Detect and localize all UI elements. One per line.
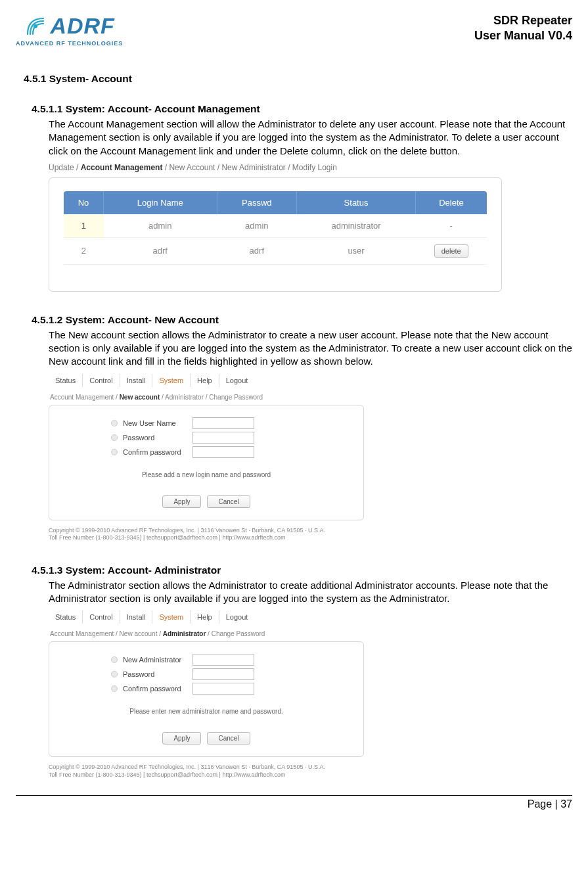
password-input[interactable] — [192, 668, 254, 680]
new-administrator-input[interactable] — [192, 654, 254, 666]
form-row: Confirm password — [111, 683, 348, 695]
crumb-part: Update / — [49, 163, 81, 172]
bullet-icon — [111, 685, 118, 692]
form-message: Please add a new login name and password — [65, 471, 348, 478]
page-number: Page | 37 — [528, 798, 572, 810]
apply-button[interactable]: Apply — [162, 495, 201, 508]
form-row: Password — [111, 668, 348, 680]
breadcrumb: Account Management / New account / Admin… — [49, 390, 364, 405]
cancel-button[interactable]: Cancel — [207, 732, 250, 744]
new-user-name-input[interactable] — [192, 417, 254, 429]
cell-delete: delete — [416, 237, 487, 264]
field-label: Confirm password — [123, 448, 192, 456]
cell-status: user — [297, 237, 416, 264]
svg-point-0 — [34, 24, 37, 28]
tab-control[interactable]: Control — [83, 374, 120, 387]
body-4-5-1-1: The Account Management section will allo… — [49, 118, 572, 158]
field-label: New User Name — [123, 419, 192, 427]
field-label: New Administrator — [123, 656, 192, 664]
heading-4-5-1-3: 4.5.1.3 System: Account- Administrator — [32, 564, 572, 576]
form-panel: New Administrator Password Confirm passw… — [49, 641, 364, 757]
tab-install[interactable]: Install — [120, 374, 153, 387]
rf-signal-icon — [24, 14, 47, 38]
copyright-line2: Toll Free Number (1-800-313-9345) | tech… — [49, 534, 364, 542]
tab-logout[interactable]: Logout — [219, 610, 255, 624]
copyright-line1: Copyright © 1999-2010 Advanced RF Techno… — [49, 764, 364, 771]
heading-4-5-1-2: 4.5.1.2 System: Account- New Account — [32, 314, 572, 326]
logo-subtext: ADVANCED RF TECHNOLOGIES — [16, 40, 123, 47]
crumb-part: / Change Password — [206, 630, 265, 637]
body-4-5-1-2: The New account section allows the Admin… — [49, 329, 572, 369]
cell-passwd: admin — [217, 214, 297, 238]
cell-no: 1 — [64, 214, 104, 238]
tab-system[interactable]: System — [152, 610, 191, 624]
heading-4-5-1-1: 4.5.1.1 System: Account- Account Managem… — [32, 103, 572, 115]
breadcrumb: Update / Account Management / New Accoun… — [49, 163, 502, 172]
heading-4-5-1: 4.5.1 System- Account — [24, 73, 572, 85]
table-row: 1 admin admin administrator - — [64, 214, 487, 238]
form-row: New Administrator — [111, 654, 348, 666]
doc-title-line1: SDR Repeater — [474, 13, 572, 28]
page-header: ADRF ADVANCED RF TECHNOLOGIES SDR Repeat… — [16, 13, 572, 47]
cell-passwd: adrf — [217, 237, 297, 264]
cell-login: admin — [104, 214, 217, 238]
copyright-line1: Copyright © 1999-2010 Advanced RF Techno… — [49, 527, 364, 535]
form-row: Confirm password — [111, 446, 348, 458]
logo-text: ADRF — [50, 13, 114, 39]
cell-status: administrator — [297, 214, 416, 238]
copyright: Copyright © 1999-2010 Advanced RF Techno… — [49, 764, 364, 779]
cell-delete: - — [416, 214, 487, 238]
bullet-icon — [111, 656, 118, 663]
bullet-icon — [111, 420, 118, 426]
section-4-5-1-2: 4.5.1.2 System: Account- New Account The… — [32, 314, 572, 542]
page-footer: Page | 37 — [16, 795, 572, 810]
figure-new-account: Status Control Install System Help Logou… — [49, 374, 364, 542]
copyright-line2: Toll Free Number (1-800-313-9345) | tech… — [49, 771, 364, 779]
doc-title: SDR Repeater User Manual V0.4 — [474, 13, 572, 44]
field-label: Confirm password — [123, 685, 192, 693]
doc-title-line2: User Manual V0.4 — [474, 28, 572, 43]
form-row: Password — [111, 432, 348, 444]
cancel-button[interactable]: Cancel — [207, 495, 250, 508]
tab-logout[interactable]: Logout — [219, 374, 255, 387]
nav-tabs: Status Control Install System Help Logou… — [49, 610, 364, 624]
tab-system[interactable]: System — [152, 374, 191, 387]
field-label: Password — [123, 434, 192, 442]
tab-control[interactable]: Control — [83, 610, 120, 624]
password-input[interactable] — [192, 432, 254, 444]
tab-help[interactable]: Help — [191, 374, 219, 387]
cell-login: adrf — [104, 237, 217, 264]
crumb-active: Account Management — [81, 163, 163, 172]
body-4-5-1-3: The Administrator section allows the Adm… — [49, 579, 572, 606]
crumb-part: / New Account / New Administrator / Modi… — [162, 163, 336, 172]
tab-help[interactable]: Help — [191, 610, 219, 624]
crumb-part: / Administrator / Change Password — [160, 394, 263, 401]
form-actions: Apply Cancel — [65, 732, 348, 744]
crumb-active: New account — [120, 394, 160, 401]
tab-status[interactable]: Status — [49, 610, 83, 624]
confirm-password-input[interactable] — [192, 683, 254, 695]
crumb-part: Account Management / — [50, 394, 120, 401]
crumb-part: Account Management / New account / — [50, 630, 163, 637]
confirm-password-input[interactable] — [192, 446, 254, 458]
figure-account-management: Update / Account Management / New Accoun… — [49, 163, 502, 292]
cell-no: 2 — [64, 237, 104, 264]
delete-button[interactable]: delete — [434, 244, 468, 258]
tab-install[interactable]: Install — [120, 610, 153, 624]
tab-status[interactable]: Status — [49, 374, 83, 387]
col-no: No — [64, 191, 104, 214]
col-login: Login Name — [104, 191, 217, 214]
form-panel: New User Name Password Confirm password — [49, 405, 364, 520]
bullet-icon — [111, 434, 118, 441]
form-actions: Apply Cancel — [65, 495, 348, 508]
form-message: Please enter new administrator name and … — [65, 708, 348, 715]
field-label: Password — [123, 670, 192, 678]
bullet-icon — [111, 449, 118, 455]
accounts-table: No Login Name Passwd Status Delete 1 adm… — [64, 191, 487, 265]
section-4-5-1-1: 4.5.1.1 System: Account- Account Managem… — [32, 103, 572, 292]
copyright: Copyright © 1999-2010 Advanced RF Techno… — [49, 527, 364, 542]
breadcrumb: Account Management / New account / Admin… — [49, 626, 364, 641]
apply-button[interactable]: Apply — [162, 732, 201, 744]
table-row: 2 adrf adrf user delete — [64, 237, 487, 264]
bullet-icon — [111, 671, 118, 677]
